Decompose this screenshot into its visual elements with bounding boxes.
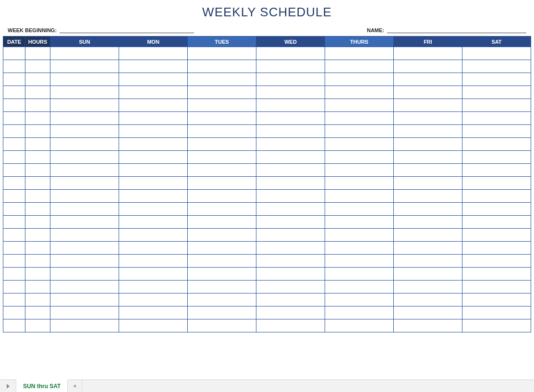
cell-mon[interactable] — [119, 73, 188, 86]
cell-sun[interactable] — [50, 112, 119, 125]
cell-tues[interactable] — [188, 255, 256, 268]
cell-sat[interactable] — [462, 99, 531, 112]
cell-mon[interactable] — [119, 229, 188, 242]
cell-wed[interactable] — [256, 47, 325, 60]
cell-fri[interactable] — [394, 164, 462, 177]
cell-hours[interactable] — [25, 151, 50, 164]
cell-mon[interactable] — [119, 306, 188, 319]
cell-wed[interactable] — [256, 99, 325, 112]
cell-tues[interactable] — [188, 216, 256, 229]
cell-sun[interactable] — [50, 125, 119, 138]
cell-hours[interactable] — [25, 99, 50, 112]
cell-mon[interactable] — [119, 242, 188, 255]
cell-sat[interactable] — [462, 268, 531, 281]
cell-date[interactable] — [3, 86, 25, 99]
cell-fri[interactable] — [394, 268, 462, 281]
cell-hours[interactable] — [25, 73, 50, 86]
cell-sun[interactable] — [50, 47, 119, 60]
cell-sat[interactable] — [462, 229, 531, 242]
tab-sun-thru-sat[interactable]: SUN thru SAT — [16, 380, 68, 392]
cell-wed[interactable] — [256, 216, 325, 229]
cell-fri[interactable] — [394, 294, 462, 306]
cell-mon[interactable] — [119, 294, 188, 306]
cell-sat[interactable] — [462, 319, 531, 332]
cell-fri[interactable] — [394, 138, 462, 151]
cell-thurs[interactable] — [325, 86, 394, 99]
cell-fri[interactable] — [394, 229, 462, 242]
cell-hours[interactable] — [25, 190, 50, 203]
cell-sun[interactable] — [50, 138, 119, 151]
cell-hours[interactable] — [25, 216, 50, 229]
cell-tues[interactable] — [188, 99, 256, 112]
cell-thurs[interactable] — [325, 306, 394, 319]
cell-tues[interactable] — [188, 47, 256, 60]
cell-thurs[interactable] — [325, 281, 394, 294]
cell-sat[interactable] — [462, 86, 531, 99]
cell-thurs[interactable] — [325, 319, 394, 332]
cell-sun[interactable] — [50, 60, 119, 73]
cell-wed[interactable] — [256, 255, 325, 268]
cell-sat[interactable] — [462, 190, 531, 203]
cell-sun[interactable] — [50, 281, 119, 294]
cell-sun[interactable] — [50, 306, 119, 319]
cell-sat[interactable] — [462, 306, 531, 319]
cell-hours[interactable] — [25, 112, 50, 125]
cell-date[interactable] — [3, 73, 25, 86]
cell-thurs[interactable] — [325, 164, 394, 177]
cell-tues[interactable] — [188, 112, 256, 125]
cell-mon[interactable] — [119, 255, 188, 268]
cell-sun[interactable] — [50, 242, 119, 255]
cell-sat[interactable] — [462, 60, 531, 73]
cell-tues[interactable] — [188, 86, 256, 99]
cell-wed[interactable] — [256, 73, 325, 86]
cell-thurs[interactable] — [325, 190, 394, 203]
cell-wed[interactable] — [256, 203, 325, 216]
cell-sat[interactable] — [462, 216, 531, 229]
cell-date[interactable] — [3, 151, 25, 164]
cell-sat[interactable] — [462, 294, 531, 306]
cell-hours[interactable] — [25, 86, 50, 99]
cell-fri[interactable] — [394, 86, 462, 99]
cell-wed[interactable] — [256, 242, 325, 255]
cell-sun[interactable] — [50, 216, 119, 229]
cell-sat[interactable] — [462, 177, 531, 190]
cell-sat[interactable] — [462, 281, 531, 294]
cell-wed[interactable] — [256, 60, 325, 73]
cell-thurs[interactable] — [325, 203, 394, 216]
cell-fri[interactable] — [394, 125, 462, 138]
cell-date[interactable] — [3, 112, 25, 125]
cell-sat[interactable] — [462, 73, 531, 86]
cell-sat[interactable] — [462, 255, 531, 268]
cell-wed[interactable] — [256, 86, 325, 99]
cell-hours[interactable] — [25, 138, 50, 151]
cell-mon[interactable] — [119, 86, 188, 99]
cell-sun[interactable] — [50, 86, 119, 99]
cell-date[interactable] — [3, 177, 25, 190]
tab-nav-button[interactable] — [0, 380, 16, 392]
name-input[interactable] — [387, 26, 526, 33]
cell-thurs[interactable] — [325, 255, 394, 268]
cell-sun[interactable] — [50, 177, 119, 190]
cell-date[interactable] — [3, 216, 25, 229]
cell-tues[interactable] — [188, 306, 256, 319]
cell-date[interactable] — [3, 125, 25, 138]
cell-wed[interactable] — [256, 138, 325, 151]
cell-tues[interactable] — [188, 177, 256, 190]
cell-fri[interactable] — [394, 47, 462, 60]
cell-mon[interactable] — [119, 125, 188, 138]
cell-thurs[interactable] — [325, 229, 394, 242]
cell-tues[interactable] — [188, 164, 256, 177]
cell-hours[interactable] — [25, 319, 50, 332]
cell-fri[interactable] — [394, 281, 462, 294]
cell-tues[interactable] — [188, 190, 256, 203]
cell-tues[interactable] — [188, 125, 256, 138]
cell-tues[interactable] — [188, 281, 256, 294]
cell-date[interactable] — [3, 164, 25, 177]
cell-mon[interactable] — [119, 216, 188, 229]
cell-sun[interactable] — [50, 229, 119, 242]
cell-date[interactable] — [3, 138, 25, 151]
cell-date[interactable] — [3, 281, 25, 294]
cell-sat[interactable] — [462, 203, 531, 216]
cell-wed[interactable] — [256, 268, 325, 281]
cell-sun[interactable] — [50, 294, 119, 306]
